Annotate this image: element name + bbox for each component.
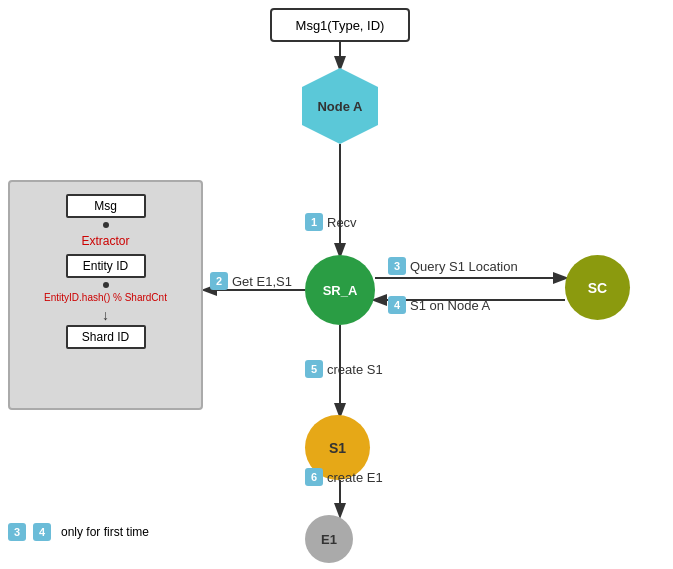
msg1-box: Msg1(Type, ID) [270, 8, 410, 42]
step3-badge: 3 [388, 257, 406, 275]
step1-label: 1 Recv [305, 213, 357, 231]
e1-label: E1 [321, 532, 337, 547]
panel-msg-label: Msg [94, 199, 117, 213]
extractor-panel: Msg Extractor Entity ID EntityID.hash() … [8, 180, 203, 410]
node-a-label: Node A [317, 99, 362, 114]
step5-badge: 5 [305, 360, 323, 378]
note-badge-4: 4 [33, 523, 51, 541]
step1-text: Recv [327, 215, 357, 230]
step2-text: Get E1,S1 [232, 274, 292, 289]
panel-shard-id-box: Shard ID [66, 325, 146, 349]
step2-badge: 2 [210, 272, 228, 290]
step6-label: 6 create E1 [305, 468, 383, 486]
panel-formula-label: EntityID.hash() % ShardCnt [20, 292, 191, 303]
step5-text: create S1 [327, 362, 383, 377]
note-badges: 3 4 [8, 523, 55, 541]
e1-circle: E1 [305, 515, 353, 563]
step2-label: 2 Get E1,S1 [210, 272, 292, 290]
step5-label: 5 create S1 [305, 360, 383, 378]
step4-text: S1 on Node A [410, 298, 490, 313]
s1-label: S1 [329, 440, 346, 456]
node-a: Node A [302, 68, 378, 144]
note-box: 3 4 only for first time [8, 523, 149, 541]
panel-entity-id-box: Entity ID [66, 254, 146, 278]
step4-label: 4 S1 on Node A [388, 296, 490, 314]
step6-badge: 6 [305, 468, 323, 486]
step1-badge: 1 [305, 213, 323, 231]
sr-a-label: SR_A [323, 283, 358, 298]
sr-a: SR_A [305, 255, 375, 325]
step6-text: create E1 [327, 470, 383, 485]
note-text: only for first time [61, 525, 149, 539]
node-a-shape: Node A [302, 68, 378, 144]
panel-msg-box: Msg [66, 194, 146, 218]
msg1-label: Msg1(Type, ID) [296, 18, 385, 33]
panel-entity-id-label: Entity ID [83, 259, 128, 273]
step3-text: Query S1 Location [410, 259, 518, 274]
panel-dot-1 [103, 222, 109, 228]
step3-label: 3 Query S1 Location [388, 257, 518, 275]
diagram: Msg1(Type, ID) Node A 1 Recv SR_A 2 Get … [0, 0, 673, 569]
panel-shard-id-label: Shard ID [82, 330, 129, 344]
sc-label: SC [588, 280, 607, 296]
step4-badge: 4 [388, 296, 406, 314]
panel-arrow-down: ↓ [20, 307, 191, 323]
panel-extractor-label: Extractor [20, 234, 191, 248]
panel-dot-2 [103, 282, 109, 288]
note-badge-3: 3 [8, 523, 26, 541]
sc-circle: SC [565, 255, 630, 320]
